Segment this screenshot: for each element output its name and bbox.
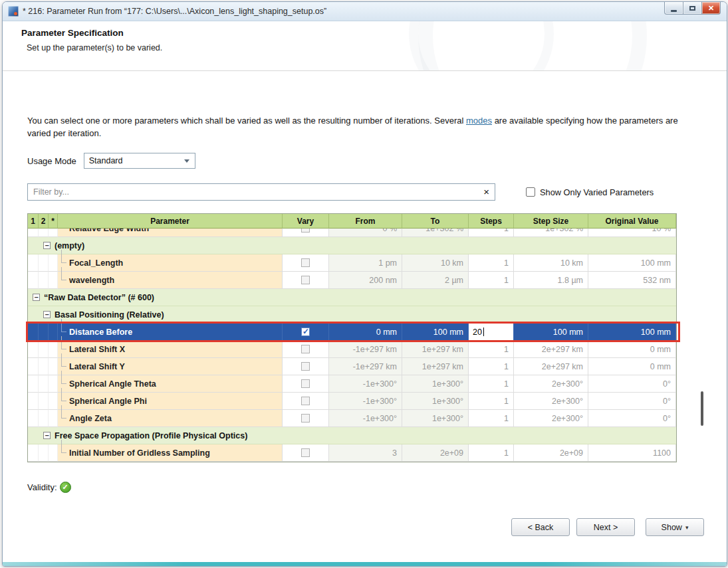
from-cell[interactable]: -1e+300° <box>329 410 402 427</box>
original-value-cell[interactable]: 532 nm <box>588 272 676 289</box>
collapse-icon[interactable]: − <box>43 242 51 249</box>
vary-checkbox[interactable] <box>301 345 310 353</box>
from-cell[interactable]: -1e+300° <box>329 375 402 393</box>
table-row[interactable]: Lateral Shift X-1e+297 km1e+297 km12e+29… <box>28 341 676 358</box>
vary-cell[interactable] <box>283 272 329 289</box>
to-cell[interactable]: 1e+300° <box>402 410 469 427</box>
vary-cell[interactable] <box>283 444 329 462</box>
to-cell[interactable]: 1e+297 km <box>402 358 469 375</box>
steps-cell[interactable]: 1 <box>469 341 514 358</box>
table-row[interactable]: Angle Zeta-1e+300°1e+300°12e+300°0° <box>28 410 676 427</box>
step-size-cell[interactable]: 10 km <box>514 254 588 272</box>
vary-checkbox[interactable] <box>301 397 310 405</box>
original-value-cell[interactable]: 1100 <box>588 444 676 462</box>
original-value-cell[interactable]: 0 mm <box>588 341 676 358</box>
to-cell[interactable]: 1e+300° <box>402 375 469 393</box>
steps-cell[interactable]: 1 <box>469 272 514 289</box>
table-row[interactable]: −Free Space Propagation (Profile Physica… <box>28 427 676 444</box>
usage-mode-select[interactable]: Standard <box>84 153 195 169</box>
original-value-cell[interactable]: 100 mm <box>588 324 676 341</box>
table-row[interactable]: Distance Before0 mm100 mm20100 mm100 mm <box>28 324 676 341</box>
step-size-cell[interactable]: 2e+300° <box>514 375 588 393</box>
modes-link[interactable]: modes <box>466 116 492 126</box>
table-row[interactable]: Spherical Angle Phi-1e+300°1e+300°12e+30… <box>28 393 676 410</box>
next-button[interactable]: Next > <box>576 518 635 536</box>
original-value-cell[interactable]: 0° <box>588 393 676 410</box>
step-size-cell[interactable]: 2e+297 km <box>514 341 588 358</box>
original-value-cell[interactable]: 0° <box>588 410 676 427</box>
to-cell[interactable]: 1e+300° <box>402 393 469 410</box>
from-cell[interactable]: -1e+300° <box>329 393 402 410</box>
table-scrollbar-thumb[interactable] <box>701 391 703 426</box>
vary-cell[interactable] <box>283 375 329 393</box>
vary-checkbox[interactable] <box>301 362 310 371</box>
vary-cell[interactable] <box>283 393 329 410</box>
steps-cell[interactable]: 1 <box>469 375 514 393</box>
from-cell[interactable]: 0 % <box>329 229 402 237</box>
vary-cell[interactable] <box>283 254 329 272</box>
collapse-icon[interactable]: − <box>43 432 51 439</box>
table-row[interactable]: −“Raw Data Detector” (# 600) <box>28 289 676 306</box>
clear-filter-icon[interactable]: × <box>483 187 489 197</box>
steps-cell[interactable]: 1 <box>469 410 514 427</box>
steps-cell[interactable]: 1 <box>469 358 514 375</box>
from-cell[interactable]: -1e+297 km <box>329 341 402 358</box>
step-size-cell[interactable]: 2e+300° <box>514 393 588 410</box>
from-cell[interactable]: 200 nm <box>329 272 402 289</box>
step-size-cell[interactable]: 2e+300° <box>514 410 588 427</box>
from-cell[interactable]: 0 mm <box>329 324 402 341</box>
minimize-button[interactable] <box>664 2 683 15</box>
steps-cell[interactable]: 20 <box>469 324 514 341</box>
from-cell[interactable]: 3 <box>329 444 402 462</box>
maximize-button[interactable] <box>683 2 702 15</box>
vary-cell[interactable] <box>283 358 329 375</box>
steps-cell[interactable]: 1 <box>469 254 514 272</box>
vary-checkbox[interactable] <box>301 414 310 423</box>
to-cell[interactable]: 1e+302 % <box>402 229 469 237</box>
table-row[interactable]: Spherical Angle Theta-1e+300°1e+300°12e+… <box>28 375 676 393</box>
original-value-cell[interactable]: 100 mm <box>588 254 676 272</box>
vary-checkbox[interactable] <box>301 229 310 233</box>
step-size-cell[interactable]: 2e+297 km <box>514 358 588 375</box>
step-size-cell[interactable]: 1.8 µm <box>514 272 588 289</box>
to-cell[interactable]: 2 µm <box>402 272 469 289</box>
back-button[interactable]: < Back <box>511 518 570 536</box>
table-row[interactable]: Initial Number of Gridless Sampling32e+0… <box>28 444 676 462</box>
filter-input[interactable]: Filter by... × <box>27 183 495 201</box>
step-size-cell[interactable]: 1e+302 % <box>514 229 588 237</box>
table-row[interactable]: Lateral Shift Y-1e+297 km1e+297 km12e+29… <box>28 358 676 375</box>
table-row[interactable]: Focal_Length1 pm10 km110 km100 mm <box>28 254 676 272</box>
checkbox-box[interactable] <box>526 187 535 197</box>
close-button[interactable]: ✕ <box>701 2 721 15</box>
from-cell[interactable]: 1 pm <box>329 254 402 272</box>
steps-cell[interactable]: 1 <box>469 444 514 462</box>
vary-cell[interactable] <box>283 229 329 237</box>
to-cell[interactable]: 1e+297 km <box>402 341 469 358</box>
vary-checkbox[interactable] <box>301 276 310 284</box>
table-row[interactable]: −(empty) <box>28 237 676 254</box>
vary-checkbox[interactable] <box>301 258 310 267</box>
step-size-cell[interactable]: 100 mm <box>514 324 588 341</box>
original-value-cell[interactable]: 10 % <box>588 229 676 237</box>
parameter-table[interactable]: 12*ParameterVaryFromToStepsStep SizeOrig… <box>27 213 677 462</box>
steps-cell[interactable]: 1 <box>469 393 514 410</box>
original-value-cell[interactable]: 0 mm <box>588 358 676 375</box>
title-bar[interactable]: * 216: Parameter Run from “177: C:\Users… <box>3 2 727 21</box>
step-size-cell[interactable]: 2e+09 <box>514 444 588 462</box>
vary-checkbox[interactable] <box>301 379 310 388</box>
vary-checkbox[interactable] <box>301 448 310 457</box>
table-row[interactable]: −Basal Positioning (Relative) <box>28 306 676 324</box>
table-row[interactable]: wavelength200 nm2 µm11.8 µm532 nm <box>28 272 676 289</box>
collapse-icon[interactable]: − <box>43 311 51 318</box>
original-value-cell[interactable]: 0° <box>588 375 676 393</box>
vary-checkbox[interactable] <box>301 328 310 336</box>
to-cell[interactable]: 2e+09 <box>402 444 469 462</box>
to-cell[interactable]: 100 mm <box>402 324 469 341</box>
show-button[interactable]: Show ▾ <box>646 518 704 536</box>
to-cell[interactable]: 10 km <box>402 254 469 272</box>
show-only-varied-checkbox[interactable]: Show Only Varied Parameters <box>526 187 654 197</box>
steps-cell[interactable]: 1 <box>469 229 514 237</box>
table-row[interactable]: Relative Edge Width0 %1e+302 %11e+302 %1… <box>28 229 676 237</box>
vary-cell[interactable] <box>283 324 329 341</box>
vary-cell[interactable] <box>283 410 329 427</box>
